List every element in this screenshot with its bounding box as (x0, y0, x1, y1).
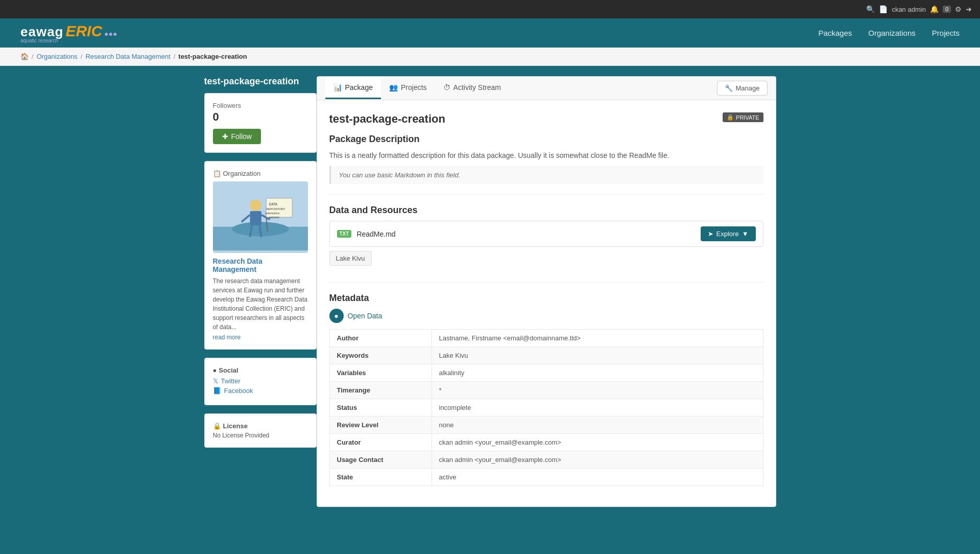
main-container: test-package-creation Followers 0 ✚ Foll… (194, 76, 786, 507)
lock-icon: 🔒 (213, 422, 221, 430)
sidebar-social-section: ● Social 𝕏 Twitter 📘 Facebook (204, 358, 317, 405)
tab-projects[interactable]: 👥 Projects (381, 77, 435, 99)
table-row: Usage Contactckan admin <your_email@exam… (329, 451, 763, 469)
divider-2 (329, 282, 763, 283)
markdown-note: You can use basic Markdown in this field… (329, 166, 763, 184)
package-header: test-package-creation 🔒 PRIVATE (329, 112, 763, 126)
metadata-key: State (329, 469, 432, 486)
metadata-value: ckan admin <your_email@example.com> (432, 434, 763, 451)
divider-1 (329, 194, 763, 195)
table-row: Statusincomplete (329, 399, 763, 417)
social-icon: ● (213, 366, 217, 374)
license-label: 🔒 License (213, 422, 308, 430)
table-row: Variablesalkalinity (329, 364, 763, 382)
main-nav: Packages Organizations Projects (818, 29, 960, 37)
license-value: No License Provided (213, 432, 308, 439)
tabs-bar: 📊 Package 👥 Projects ⏱ Activity Stream 🔧… (317, 77, 776, 100)
plus-icon: ✚ (222, 132, 228, 141)
table-row: Review Levelnone (329, 417, 763, 434)
breadcrumb: 🏠 / Organizations / Research Data Manage… (0, 48, 980, 66)
logo-eawag-text: eawag (20, 24, 64, 39)
sidebar-org-section: 📋 Organization DATA (204, 161, 317, 350)
metadata-value: Lake Kivu (432, 347, 763, 364)
metadata-key: Keywords (329, 347, 432, 364)
private-badge: 🔒 PRIVATE (723, 112, 763, 122)
followers-count: 0 (213, 110, 308, 124)
wrench-icon: 🔧 (725, 84, 733, 92)
breadcrumb-current: test-package-creation (178, 53, 247, 60)
followers-label: Followers (213, 102, 308, 109)
notification-count: 0 (943, 6, 951, 13)
bell-icon[interactable]: 🔔 (930, 5, 939, 13)
projects-tab-icon: 👥 (389, 83, 398, 91)
metadata-key: Timerange (329, 382, 432, 399)
sidebar-followers-section: Followers 0 ✚ Follow (204, 93, 317, 153)
nav-projects[interactable]: Projects (932, 29, 960, 37)
metadata-value: active (432, 469, 763, 486)
nav-packages[interactable]: Packages (818, 29, 852, 37)
svg-text:DATA: DATA (269, 202, 277, 206)
breadcrumb-parent[interactable]: Research Data Management (85, 53, 170, 60)
top-bar-icons: 🔍 📄 ckan admin 🔔 0 ⚙ ➜ (866, 5, 972, 13)
activity-tab-icon: ⏱ (443, 83, 450, 91)
logout-icon[interactable]: ➜ (966, 5, 972, 13)
metadata-value: * (432, 382, 763, 399)
metadata-value: none (432, 417, 763, 434)
social-label: ● Social (213, 366, 308, 374)
twitter-item[interactable]: 𝕏 Twitter (213, 377, 308, 385)
resources-title: Data and Resources (329, 205, 763, 216)
tab-package-label: Package (345, 83, 373, 91)
social-label-text: Social (219, 366, 238, 374)
arrow-icon: ➤ (708, 230, 713, 238)
svg-point-3 (250, 200, 261, 211)
nav-organizations[interactable]: Organizations (868, 29, 916, 37)
breadcrumb-sep-3: / (174, 53, 176, 60)
breadcrumb-home[interactable]: 🏠 (20, 53, 29, 60)
tab-projects-label: Projects (401, 83, 427, 91)
facebook-label: Facebook (224, 387, 253, 395)
tab-activity-stream[interactable]: ⏱ Activity Stream (435, 77, 509, 99)
svg-rect-4 (250, 211, 261, 225)
table-row: Curatorckan admin <your_email@example.co… (329, 434, 763, 451)
top-bar: 🔍 📄 ckan admin 🔔 0 ⚙ ➜ (0, 0, 980, 18)
logo-eric-text: ERIC (65, 22, 102, 39)
org-label-text: Organization (223, 170, 261, 177)
facebook-item[interactable]: 📘 Facebook (213, 387, 308, 395)
metadata-key: Variables (329, 364, 432, 382)
metadata-table: AuthorLastname, Firstname <email@domainn… (329, 329, 763, 486)
private-badge-text: PRIVATE (736, 114, 759, 121)
sidebar: test-package-creation Followers 0 ✚ Foll… (204, 76, 317, 507)
svg-text:welcome: welcome (269, 216, 279, 219)
breadcrumb-organizations[interactable]: Organizations (37, 53, 78, 60)
gear-icon[interactable]: ⚙ (955, 5, 962, 13)
read-more-link[interactable]: read more (213, 334, 308, 341)
resources-section: Data and Resources TXT ReadMe.md ➤ Explo… (329, 205, 763, 270)
explore-button[interactable]: ➤ Explore ▼ (701, 226, 756, 241)
follow-button[interactable]: ✚ Follow (213, 129, 261, 144)
package-content: test-package-creation 🔒 PRIVATE Package … (317, 100, 776, 506)
metadata-value: ckan admin <your_email@example.com> (432, 451, 763, 469)
tab-package[interactable]: 📊 Package (325, 77, 381, 99)
user-icon[interactable]: 📄 (879, 5, 888, 13)
metadata-key: Curator (329, 434, 432, 451)
facebook-icon: 📘 (213, 387, 221, 395)
metadata-key: Author (329, 330, 432, 347)
breadcrumb-sep-1: / (32, 53, 34, 60)
resource-name: ReadMe.md (356, 230, 395, 238)
sidebar-license-section: 🔒 License No License Provided (204, 413, 317, 448)
explore-dropdown-icon: ▼ (742, 230, 749, 238)
table-row: Timerange* (329, 382, 763, 399)
twitter-label: Twitter (221, 377, 241, 385)
org-icon: 📋 (213, 170, 221, 177)
metadata-key: Status (329, 399, 432, 417)
metadata-section: Metadata ● Open Data AuthorLastname, Fir… (329, 293, 763, 486)
logo[interactable]: eawag ERIC ●●● aquatic research (20, 22, 117, 43)
search-icon[interactable]: 🔍 (866, 5, 875, 13)
manage-button[interactable]: 🔧 Manage (717, 81, 768, 96)
tag-lake-kivu[interactable]: Lake Kivu (329, 251, 372, 266)
resource-badge: TXT (337, 230, 352, 238)
username-label[interactable]: ckan admin (892, 6, 925, 13)
org-image: DATA REPOSITORY submissions welcome (213, 181, 308, 253)
org-name[interactable]: Research Data Management (213, 257, 308, 273)
tab-activity-label: Activity Stream (453, 83, 501, 91)
